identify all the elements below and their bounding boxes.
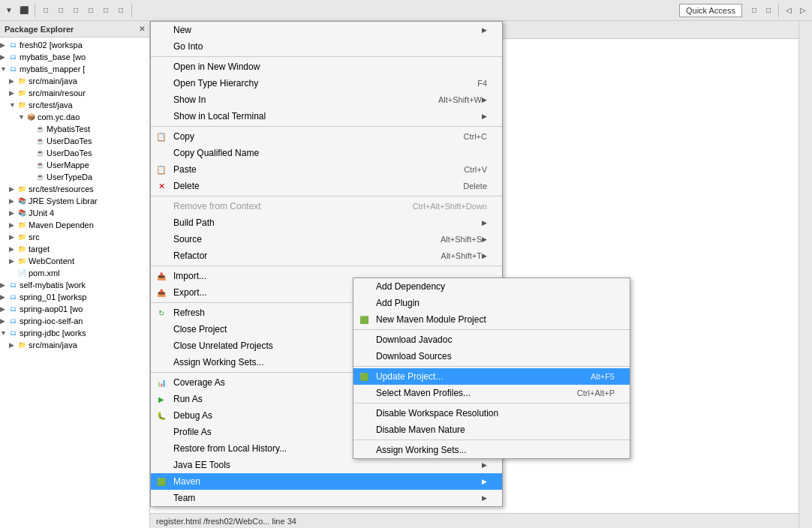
- submenu-item-assign-working-sets[interactable]: Assign Working Sets...: [353, 442, 630, 458]
- tree-item-src-test-resource[interactable]: ▶ 📁 src/test/resources: [0, 183, 149, 195]
- tree-item-spring01[interactable]: ▶ 🗂 spring_01 [worksp: [0, 291, 149, 303]
- submenu-item-update-project[interactable]: 🟩 Update Project... Alt+F5: [353, 368, 630, 385]
- tree-label-userdaotest: UserDaoTes: [47, 136, 92, 146]
- tree-item-src-main-resource[interactable]: ▶ 📁 src/main/resour: [0, 87, 149, 99]
- menu-item-delete[interactable]: ✕ Delete Delete: [151, 178, 502, 194]
- tree-label-src-main-java: src/main/java: [29, 76, 77, 86]
- submenu-item-add-plugin[interactable]: Add Plugin: [353, 295, 630, 311]
- paste-icon: 📋: [155, 164, 167, 176]
- submenu-sep-4: [353, 440, 630, 440]
- menu-item-open-type-hierarchy[interactable]: Open Type Hierarchy F4: [151, 75, 502, 92]
- submenu-item-select-maven-profiles[interactable]: Select Maven Profiles... Ctrl+Alt+P: [353, 385, 630, 401]
- tree-item-target[interactable]: ▶ 📁 target: [0, 243, 149, 255]
- toolbar-icon-3[interactable]: □: [40, 4, 52, 16]
- submenu-label-disable-maven-nature: Disable Maven Nature: [376, 424, 615, 435]
- java-icon-usertypedao: ☕: [35, 172, 45, 182]
- submenu-item-disable-workspace[interactable]: Disable Workspace Resolution: [353, 405, 630, 422]
- menu-shortcut-copy: Ctrl+C: [449, 132, 487, 141]
- menu-item-refactor[interactable]: Refactor Alt+Shift+T ▶: [151, 248, 502, 264]
- submenu-item-download-sources[interactable]: Download Sources: [353, 348, 630, 364]
- folder-icon-src-main-java2: 📁: [17, 340, 27, 350]
- tree-item-jre-system-lib[interactable]: ▶ 📚 JRE System Librar: [0, 195, 149, 207]
- tree-label-spring-aop01: spring-aop01 [wo: [20, 304, 83, 314]
- menu-item-copy[interactable]: 📋 Copy Ctrl+C: [151, 128, 502, 145]
- toolbar-nav-forward[interactable]: ▷: [797, 4, 809, 16]
- menu-shortcut-refactor: Alt+Shift+T: [426, 251, 482, 260]
- menu-item-team[interactable]: Team ▶: [151, 490, 502, 506]
- toolbar-icon-5[interactable]: □: [70, 4, 82, 16]
- java-icon-userdaotest2: ☕: [35, 148, 45, 158]
- submenu-sep-1: [353, 329, 630, 330]
- menu-item-open-new-window[interactable]: Open in New Window: [151, 58, 502, 75]
- menu-label-go-into: Go Into: [173, 41, 487, 52]
- tree-label-mybatistest: MybatisTest: [47, 124, 90, 134]
- menu-item-source[interactable]: Source Alt+Shift+S ▶: [151, 231, 502, 248]
- tree-item-mybatis-base[interactable]: ▶ 🗂 mybatis_base [wo: [0, 51, 149, 63]
- submenu-item-new-maven-module[interactable]: 🟩 New Maven Module Project: [353, 311, 630, 328]
- tree-item-fresh02[interactable]: ▶ 🗂 fresh02 [workspa: [0, 39, 149, 51]
- menu-item-new[interactable]: New ▶: [151, 22, 502, 38]
- menu-arrow-refactor: ▶: [482, 252, 487, 260]
- main-toolbar: ▼ ⬛ □ □ □ □ □ □ Quick Access □ □ ◁ ▷: [0, 0, 812, 21]
- toolbar-icon-4[interactable]: □: [55, 4, 67, 16]
- tree-item-userdaotest2[interactable]: ☕ UserDaoTes: [0, 147, 149, 159]
- menu-item-copy-qualified[interactable]: Copy Qualified Name: [151, 145, 502, 161]
- tree-arrow-src-test-resource: ▶: [9, 185, 17, 193]
- toolbar-icon-10[interactable]: □: [762, 4, 774, 16]
- toolbar-icon-6[interactable]: □: [85, 4, 97, 16]
- tree-label-webcontent: WebContent: [29, 256, 74, 266]
- tree-item-mybatis-mapper[interactable]: ▼ 🗂 mybatis_mapper [: [0, 63, 149, 75]
- tree-item-self-mybatis[interactable]: ▶ 🗂 self-mybatis [work: [0, 279, 149, 291]
- tree-item-src-main-java2[interactable]: ▶ 📁 src/main/java: [0, 339, 149, 351]
- menu-item-show-local[interactable]: Show in Local Terminal ▶: [151, 108, 502, 124]
- tree-item-src[interactable]: ▶ 📁 src: [0, 231, 149, 243]
- toolbar-nav-back[interactable]: ◁: [783, 4, 795, 16]
- tree-item-junit4[interactable]: ▶ 📚 JUnit 4: [0, 207, 149, 219]
- menu-label-build-path: Build Path: [173, 218, 482, 228]
- toolbar-icon-9[interactable]: □: [748, 4, 760, 16]
- menu-item-java-ee-tools[interactable]: Java EE Tools ▶: [151, 457, 502, 473]
- package-explorer-tree[interactable]: ▶ 🗂 fresh02 [workspa ▶ 🗂 mybatis_base [w…: [0, 38, 149, 528]
- tree-item-usertypedao[interactable]: ☕ UserTypeDa: [0, 171, 149, 183]
- submenu-shortcut-select-maven-profiles: Ctrl+Alt+P: [562, 388, 615, 398]
- tree-item-maven-dep[interactable]: ▶ 📁 Maven Dependen: [0, 219, 149, 231]
- tree-item-spring-jdbc[interactable]: ▼ 🗂 spring-jdbc [works: [0, 327, 149, 339]
- menu-item-go-into[interactable]: Go Into: [151, 38, 502, 55]
- menu-item-remove-context[interactable]: Remove from Context Ctrl+Alt+Shift+Down: [151, 198, 502, 214]
- menu-item-show-in[interactable]: Show In Alt+Shift+W ▶: [151, 92, 502, 108]
- tree-label-jre-system-lib: JRE System Librar: [29, 196, 98, 206]
- tree-item-com-yc-dao[interactable]: ▼ 📦 com.yc.dao: [0, 111, 149, 123]
- run-icon: ▶: [155, 393, 167, 405]
- tree-item-src-main-java[interactable]: ▶ 📁 src/main/java: [0, 75, 149, 87]
- submenu-item-disable-maven-nature[interactable]: Disable Maven Nature: [353, 422, 630, 438]
- tree-arrow-src-main-java: ▶: [9, 77, 17, 85]
- menu-item-paste[interactable]: 📋 Paste Ctrl+V: [151, 161, 502, 178]
- toolbar-icon-1[interactable]: ▼: [3, 4, 15, 16]
- tree-item-webcontent[interactable]: ▶ 📁 WebContent: [0, 255, 149, 267]
- menu-item-build-path[interactable]: Build Path ▶: [151, 214, 502, 231]
- tree-arrow-webcontent: ▶: [9, 257, 17, 265]
- java-icon-mybatistest: ☕: [35, 124, 45, 134]
- menu-item-maven[interactable]: 🟩 Maven ▶: [151, 473, 502, 490]
- toolbar-icon-2[interactable]: ⬛: [18, 4, 30, 16]
- menu-label-delete: Delete: [173, 181, 448, 191]
- submenu-item-add-dependency[interactable]: Add Dependency: [353, 278, 630, 295]
- package-explorer-close-button[interactable]: ✕: [139, 25, 145, 33]
- tree-item-spring-aop01[interactable]: ▶ 🗂 spring-aop01 [wo: [0, 303, 149, 315]
- project-icon-fresh02: 🗂: [8, 40, 18, 50]
- toolbar-icon-7[interactable]: □: [100, 4, 112, 16]
- tree-item-pom-xml[interactable]: 📄 pom.xml: [0, 267, 149, 279]
- tree-item-mybatistest[interactable]: ☕ MybatisTest: [0, 123, 149, 135]
- toolbar-icon-8[interactable]: □: [115, 4, 127, 16]
- tree-item-usermapper[interactable]: ☕ UserMappe: [0, 159, 149, 171]
- submenu-item-download-javadoc[interactable]: Download Javadoc: [353, 332, 630, 348]
- tree-item-src-test-java[interactable]: ▼ 📁 src/test/java: [0, 99, 149, 111]
- right-scroll-panel[interactable]: [798, 21, 812, 528]
- quick-access-input[interactable]: Quick Access: [679, 4, 742, 17]
- submenu-label-assign-working-sets: Assign Working Sets...: [376, 445, 615, 455]
- tree-item-userdaotest[interactable]: ☕ UserDaoTes: [0, 135, 149, 147]
- copy-icon: 📋: [155, 130, 167, 142]
- tree-label-fresh02: fresh02 [workspa: [20, 40, 83, 50]
- tree-item-spring-ioc[interactable]: ▶ 🗂 spring-ioc-self-an: [0, 315, 149, 327]
- menu-shortcut-remove-context: Ctrl+Alt+Shift+Down: [398, 202, 487, 211]
